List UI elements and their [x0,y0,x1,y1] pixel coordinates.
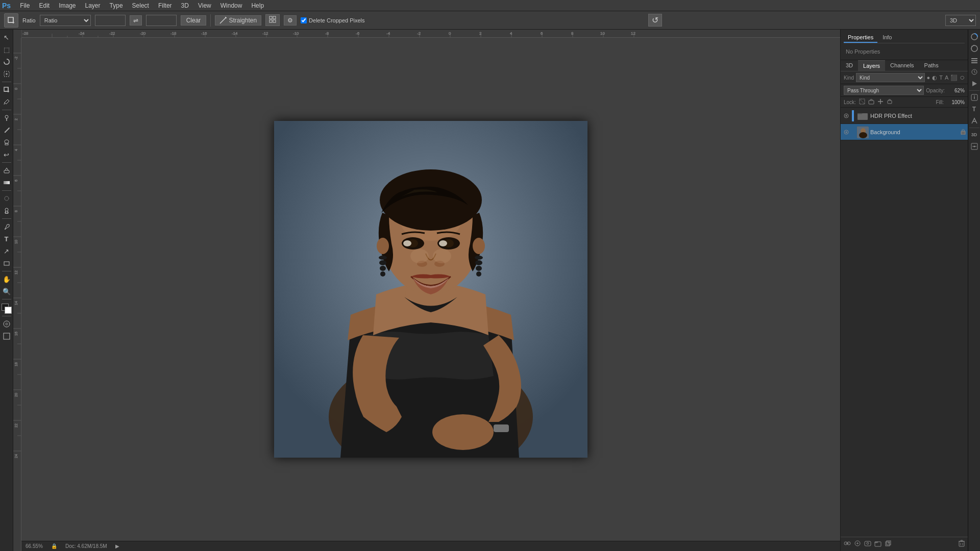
lock-image-icon[interactable] [868,98,874,106]
menu-filter[interactable]: Filter [154,1,176,10]
tab-layers[interactable]: Layers [858,60,885,71]
menu-help[interactable]: Help [247,1,268,10]
height-input[interactable] [146,15,177,26]
crop-tool-icon[interactable] [4,13,18,28]
filter-adjustment-icon[interactable]: ◐ [932,74,937,81]
grid-button[interactable] [265,14,280,26]
adjustments-panel-btn[interactable] [969,43,979,54]
tab-channels[interactable]: Channels [885,60,919,71]
brush-tool[interactable] [1,124,12,136]
eraser-tool[interactable] [1,165,12,176]
layer-visibility-hdr[interactable] [843,112,850,119]
right-panel: Properties Info No Properties 3D Layers … [840,30,968,551]
info-panel-btn[interactable] [969,92,979,103]
settings-button[interactable]: ⚙ [284,15,297,26]
add-mask-btn[interactable] [864,540,871,548]
filter-type-icon[interactable]: T [939,74,943,81]
menu-layer[interactable]: Layer [81,1,105,10]
menu-view[interactable]: View [194,1,215,10]
svg-text:0: 0 [14,88,18,90]
object-selection-tool[interactable] [1,68,12,80]
straighten-button[interactable]: Straighten [215,15,261,26]
menu-type[interactable]: Type [106,1,127,10]
blend-mode-select[interactable]: Pass Through Normal Dissolve Multiply Sc… [844,86,924,95]
svg-point-128 [380,266,386,271]
crop-tool[interactable] [1,84,12,95]
stamp-tool[interactable] [1,137,12,148]
svg-text:8: 8 [571,31,574,36]
lasso-tool[interactable] [1,56,12,67]
menu-edit[interactable]: Edit [35,1,54,10]
layer-row-hdr[interactable]: HDR PRO Effect [841,108,968,124]
screen-mode-button[interactable] [1,331,12,342]
new-group-btn[interactable] [874,540,881,548]
tab-properties[interactable]: Properties [844,33,877,43]
fill-value[interactable]: 100% [947,99,965,105]
zoom-tool[interactable]: 🔍 [1,286,12,297]
link-layers-btn[interactable] [844,540,851,549]
path-selection-tool[interactable]: ↗ [1,245,12,257]
add-style-btn[interactable] [854,540,861,548]
style-panel-btn[interactable] [969,116,979,126]
clear-button[interactable]: Clear [181,15,207,26]
view-select[interactable]: 3D 1 Up 2 Up [945,15,976,26]
filter-toggle[interactable]: ○ [960,73,965,82]
history-brush-tool[interactable]: ↩ [1,149,12,160]
delete-layer-btn[interactable] [959,540,965,548]
history-panel-btn[interactable] [969,67,979,77]
layers-panel-btn[interactable] [969,55,979,65]
shape-tool[interactable] [1,258,12,269]
filter-select[interactable]: Kind Name Effect Mode Attribute Color Sm… [856,73,925,82]
type-tool[interactable]: T [1,233,12,244]
filter-shape-icon[interactable]: A [945,74,948,81]
lock-position-icon[interactable] [877,98,884,106]
hand-tool[interactable]: ✋ [1,273,12,285]
tab-paths[interactable]: Paths [919,60,944,71]
ratio-select[interactable]: Ratio W x H x Resolution Original Ratio … [40,15,91,26]
lock-transparent-icon[interactable] [859,98,865,106]
svg-text:-4: -4 [386,31,390,36]
color-picker-panel-btn[interactable] [969,32,979,42]
tab-info[interactable]: Info [878,33,896,43]
width-input[interactable] [95,15,126,26]
actions-panel-btn[interactable] [969,79,979,89]
move-tool[interactable]: ↖ [1,32,12,43]
lock-artboards-icon[interactable] [887,98,893,106]
background-color[interactable] [5,307,12,314]
pen-tool[interactable] [1,221,12,232]
delete-cropped-checkbox[interactable] [301,17,307,23]
nav-arrow[interactable]: ▶ [115,543,119,549]
rotate-button[interactable]: ↺ [648,14,662,27]
svg-rect-181 [971,58,977,59]
eyedropper-tool[interactable] [1,96,12,108]
timeline-panel-btn[interactable] [969,141,979,152]
filter-smartobject-icon[interactable]: ⬛ [950,74,958,81]
tab-3d[interactable]: 3D [841,60,858,71]
filter-pixel-icon[interactable]: ● [927,74,930,81]
svg-rect-167 [865,541,871,546]
ratio-label: Ratio [22,17,36,23]
delete-cropped-label[interactable]: Delete Cropped Pixels [301,17,364,23]
fill-label: Fill: [936,99,944,105]
new-layer-btn[interactable] [885,540,892,548]
menu-file[interactable]: File [16,1,34,10]
opacity-value[interactable]: 62% [947,88,965,93]
dodge-tool[interactable] [1,205,12,216]
properties-tab-row: Properties Info [844,33,965,43]
healing-brush-tool[interactable] [1,112,12,123]
gradient-tool[interactable] [1,177,12,188]
char-panel-btn[interactable]: T [969,104,979,114]
menu-image[interactable]: Image [55,1,80,10]
photo-canvas[interactable] [274,121,587,458]
layer-visibility-bg[interactable] [843,129,850,136]
marquee-tool[interactable]: ⬚ [1,44,12,55]
menu-3d[interactable]: 3D [177,1,193,10]
menu-select[interactable]: Select [128,1,153,10]
blur-tool[interactable] [1,193,12,204]
swap-button[interactable]: ⇌ [130,15,142,26]
quick-mask-button[interactable] [1,318,12,330]
svg-text:22: 22 [14,423,18,428]
menu-window[interactable]: Window [216,1,247,10]
3d-panel-btn[interactable]: 3D [969,130,979,140]
layer-row-bg[interactable]: Background [841,124,968,140]
